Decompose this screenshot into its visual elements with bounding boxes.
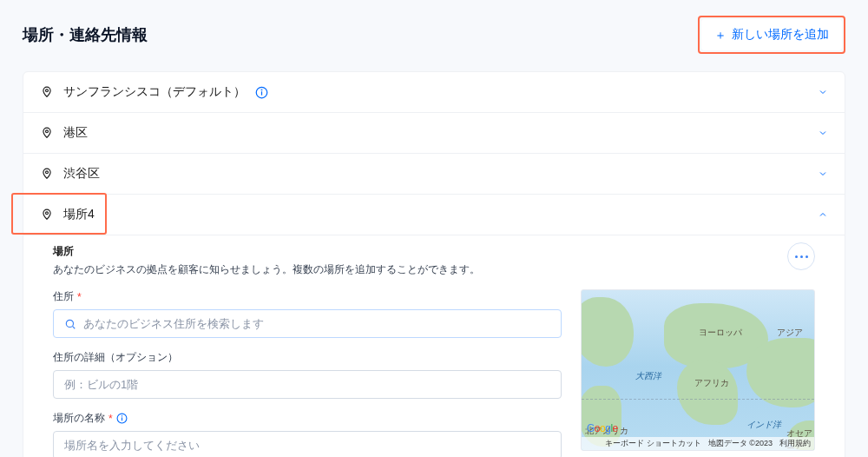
address-detail-input[interactable] [64,378,550,391]
map-sea-label: 大西洋 [635,370,661,382]
pin-icon [39,168,55,180]
search-icon [64,318,76,330]
svg-point-5 [46,171,49,174]
address-input[interactable] [83,317,550,330]
map-preview[interactable]: ヨーロッパ アジア アフリカ 大西洋 北アメリカ インド洋 オセアニア Goog… [581,289,815,451]
svg-point-0 [46,89,49,92]
location-name: 場所4 [63,207,95,222]
info-icon[interactable] [116,413,128,425]
location-name: 渋谷区 [63,166,100,182]
location-row[interactable]: 港区 [23,113,845,154]
pin-icon [39,127,55,139]
location-name: サンフランシスコ（デフォルト） [63,84,246,100]
location-name: 港区 [63,125,88,141]
chevron-down-icon [817,168,829,180]
page-title: 場所・連絡先情報 [23,24,148,45]
map-terms-link[interactable]: 利用規約 [779,438,811,449]
chevron-up-icon [817,209,829,221]
location-row[interactable]: サンフランシスコ（デフォルト） [23,72,845,113]
pin-icon [39,209,55,221]
required-asterisk: * [77,291,82,303]
location-name-input[interactable] [64,439,550,452]
map-sea-label: インド洋 [746,419,781,431]
svg-point-6 [46,212,49,215]
locations-card: サンフランシスコ（デフォルト） 港区 渋谷区 場所4 [23,71,845,457]
chevron-down-icon [817,127,829,139]
location-row[interactable]: 渋谷区 [23,154,845,195]
svg-point-3 [261,89,262,90]
map-region-label: アフリカ [694,377,729,389]
add-location-button[interactable]: ＋ 新しい場所を追加 [701,19,842,50]
location-row-expanded[interactable]: 場所4 [23,195,845,235]
add-button-highlight: ＋ 新しい場所を追加 [698,16,845,54]
location-name-field-label: 場所の名称 * [53,411,562,426]
add-button-label: 新しい場所を追加 [732,27,829,43]
map-data-copyright: 地図データ ©2023 [708,438,773,449]
plus-icon: ＋ [714,29,727,41]
location-name-input-wrap[interactable] [53,431,562,457]
svg-point-7 [66,320,73,327]
address-field-label: 住所 * [53,289,562,304]
location-edit-panel: 場所 あなたのビジネスの拠点を顧客に知らせましょう。複数の場所を追加することがで… [23,235,845,457]
required-asterisk: * [108,413,113,425]
panel-subtitle: 場所 [53,244,480,259]
svg-point-4 [46,130,49,133]
google-logo: Google [587,422,618,434]
address-detail-field-label: 住所の詳細（オプション） [53,350,562,365]
pin-icon [39,86,55,98]
svg-point-11 [122,416,122,417]
chevron-down-icon [817,86,829,98]
more-options-button[interactable] [787,242,815,270]
ellipsis-icon [795,255,808,258]
map-region-label: アジア [777,327,803,339]
panel-description: あなたのビジネスの拠点を顧客に知らせましょう。複数の場所を追加することができます… [53,262,480,277]
svg-line-8 [73,326,76,328]
address-input-wrap[interactable] [53,309,562,338]
map-region-label: ヨーロッパ [699,327,742,339]
map-keyboard-shortcuts[interactable]: キーボード ショートカット [605,438,701,449]
address-detail-input-wrap[interactable] [53,370,562,399]
info-icon[interactable] [254,85,268,99]
map-attribution-bar: キーボード ショートカット 地図データ ©2023 利用規約 [582,437,814,450]
